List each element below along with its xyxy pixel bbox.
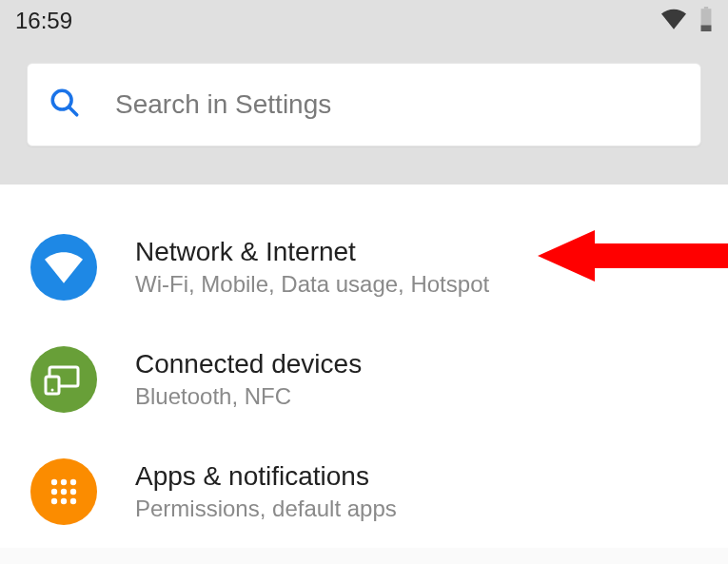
wifi-solid-icon	[30, 234, 97, 301]
wifi-icon	[661, 9, 686, 33]
settings-item-title: Apps & notifications	[135, 461, 397, 492]
settings-item-apps[interactable]: Apps & notifications Permissions, defaul…	[0, 436, 728, 548]
svg-point-9	[61, 479, 67, 485]
settings-item-text: Connected devices Bluetooth, NFC	[135, 349, 362, 410]
settings-list: Network & Internet Wi-Fi, Mobile, Data u…	[0, 185, 728, 548]
search-area: Search in Settings	[0, 42, 728, 185]
apps-grid-icon	[30, 458, 97, 525]
svg-point-16	[70, 498, 76, 504]
svg-line-4	[69, 107, 77, 115]
battery-icon	[699, 7, 713, 35]
connected-devices-icon	[30, 346, 97, 413]
svg-point-14	[51, 498, 57, 504]
svg-point-11	[51, 489, 57, 495]
settings-item-title: Connected devices	[135, 349, 362, 379]
settings-item-subtitle: Bluetooth, NFC	[135, 383, 362, 410]
status-bar: 16:59	[0, 0, 728, 42]
svg-point-13	[70, 489, 76, 495]
svg-point-8	[51, 479, 57, 485]
settings-item-title: Network & Internet	[135, 237, 489, 267]
svg-point-10	[70, 479, 76, 485]
status-right	[661, 7, 713, 35]
settings-item-connected-devices[interactable]: Connected devices Bluetooth, NFC	[0, 323, 728, 436]
settings-item-network[interactable]: Network & Internet Wi-Fi, Mobile, Data u…	[0, 211, 728, 323]
search-placeholder: Search in Settings	[115, 89, 331, 120]
settings-item-subtitle: Wi-Fi, Mobile, Data usage, Hotspot	[135, 271, 489, 298]
svg-rect-2	[701, 26, 712, 32]
settings-item-subtitle: Permissions, default apps	[135, 496, 397, 522]
svg-point-15	[61, 498, 67, 504]
settings-item-text: Network & Internet Wi-Fi, Mobile, Data u…	[135, 237, 489, 298]
search-icon	[49, 87, 81, 123]
svg-point-12	[61, 489, 67, 495]
svg-point-7	[51, 389, 54, 392]
svg-rect-0	[704, 7, 708, 9]
search-box[interactable]: Search in Settings	[27, 63, 701, 146]
status-time: 16:59	[15, 8, 72, 34]
settings-item-text: Apps & notifications Permissions, defaul…	[135, 461, 397, 522]
